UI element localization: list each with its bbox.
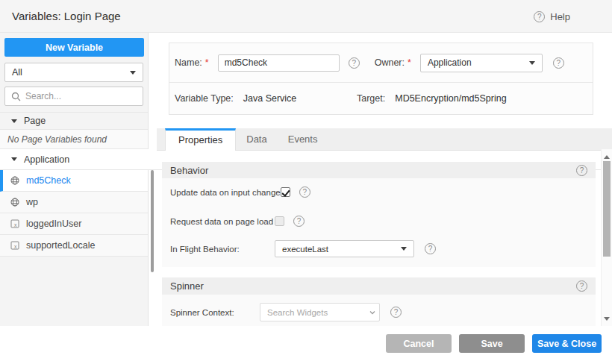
- variables-sidebar: New Variable All Page No Page Variables …: [0, 33, 149, 326]
- required-asterisk: *: [205, 57, 209, 68]
- spinner-context-combobox[interactable]: [260, 303, 380, 321]
- help-link[interactable]: Help: [534, 0, 570, 33]
- properties-scrollbar[interactable]: [601, 149, 612, 326]
- variable-item-md5check[interactable]: md5Check: [0, 170, 148, 192]
- save-and-close-button[interactable]: Save & Close: [532, 334, 602, 353]
- help-icon: [534, 11, 545, 22]
- variable-item-label: wp: [26, 197, 38, 207]
- spinner-help-icon[interactable]: [576, 280, 587, 292]
- variables-dialog: Variables: Login Page Help New Variable …: [0, 0, 612, 364]
- update-on-input-help-icon[interactable]: [299, 186, 310, 198]
- page-empty-message: No Page Variables found: [0, 130, 148, 149]
- static-variable-icon: x: [10, 219, 19, 228]
- target-value: MD5Encryption/md5Spring: [395, 93, 506, 104]
- tree-section-application-label: Application: [24, 154, 69, 165]
- collapse-arrow-icon: [11, 157, 17, 161]
- tree-section-page[interactable]: Page: [0, 112, 148, 130]
- spinner-section-header: Spinner: [162, 277, 596, 295]
- sidebar-scrollbar[interactable]: [151, 170, 154, 272]
- search-input[interactable]: [25, 91, 137, 101]
- tree-section-page-label: Page: [24, 116, 46, 126]
- spinner-context-help-icon[interactable]: [390, 307, 402, 318]
- name-label: Name:: [175, 57, 202, 68]
- svg-text:x: x: [14, 244, 17, 249]
- svg-text:x: x: [14, 222, 17, 228]
- tab-events[interactable]: Events: [278, 128, 328, 150]
- type-target-row: Variable Type: Java Service Target: MD5E…: [169, 83, 593, 114]
- variable-summary-box: Name: * Owner: * Application Variable Ty…: [169, 43, 593, 115]
- variable-item-label: loggedInUser: [26, 219, 81, 229]
- cancel-button[interactable]: Cancel: [386, 334, 452, 353]
- save-button[interactable]: Save: [459, 334, 525, 353]
- request-on-load-label: Request data on page load: [170, 217, 275, 226]
- spinner-context-input[interactable]: [267, 308, 368, 317]
- name-owner-row: Name: * Owner: * Application: [169, 43, 593, 83]
- variable-item-label: md5Check: [26, 175, 71, 186]
- in-flight-behavior-row: In Flight Behavior: executeLast: [170, 240, 587, 257]
- owner-help-icon[interactable]: [553, 57, 564, 69]
- behavior-section-title: Behavior: [170, 165, 576, 176]
- java-service-variable-icon: [10, 176, 19, 185]
- behavior-section-header: Behavior: [162, 162, 596, 178]
- tab-data[interactable]: Data: [236, 128, 277, 150]
- variable-item-wp[interactable]: wp: [0, 192, 148, 213]
- scrollbar-thumb[interactable]: [603, 161, 611, 257]
- variable-item-label: supportedLocale: [26, 240, 95, 251]
- arrow-up-icon: [604, 155, 610, 159]
- spinner-section: Spinner Spinner Context:: [162, 277, 596, 326]
- name-input[interactable]: [218, 54, 340, 72]
- spinner-section-body: Spinner Context:: [162, 295, 596, 327]
- behavior-section: Behavior Update data on input change Req…: [162, 162, 596, 267]
- help-label: Help: [550, 11, 570, 22]
- variable-item-loggedinuser[interactable]: x loggedInUser: [0, 213, 148, 235]
- in-flight-behavior-select[interactable]: executeLast: [275, 240, 414, 257]
- in-flight-selected-value: executeLast: [282, 245, 401, 254]
- arrow-down-icon: [604, 317, 610, 321]
- collapse-arrow-icon: [11, 119, 17, 123]
- request-on-load-row: Request data on page load: [170, 216, 587, 227]
- filter-selected-value: All: [12, 67, 130, 78]
- chevron-down-icon: [368, 308, 377, 317]
- spinner-context-label: Spinner Context:: [170, 308, 260, 317]
- name-help-icon[interactable]: [349, 57, 360, 69]
- update-on-input-row: Update data on input change: [170, 186, 587, 198]
- dialog-header: Variables: Login Page Help: [0, 0, 612, 33]
- update-on-input-label: Update data on input change: [170, 188, 281, 197]
- search-icon: [11, 92, 21, 101]
- variable-filter-select[interactable]: All: [4, 63, 143, 82]
- spinner-section-title: Spinner: [170, 280, 576, 292]
- behavior-section-body: Update data on input change Request data…: [162, 178, 596, 267]
- variable-type-label: Variable Type:: [175, 93, 234, 104]
- chevron-down-icon: [529, 61, 535, 65]
- variable-type-value: Java Service: [243, 93, 297, 104]
- request-on-load-checkbox[interactable]: [275, 216, 284, 226]
- java-service-variable-icon: [10, 198, 19, 207]
- owner-label: Owner:: [375, 57, 405, 68]
- spinner-context-row: Spinner Context:: [170, 303, 587, 321]
- owner-selected-value: Application: [428, 57, 529, 68]
- variable-item-supportedlocale[interactable]: x supportedLocale: [0, 235, 148, 257]
- scroll-up-button[interactable]: [602, 152, 612, 161]
- page-title: Variables: Login Page: [12, 0, 121, 33]
- tab-properties[interactable]: Properties: [165, 128, 236, 151]
- chevron-down-icon: [130, 71, 136, 75]
- variable-search[interactable]: [4, 87, 143, 106]
- static-variable-icon: x: [10, 241, 19, 250]
- required-asterisk: *: [408, 57, 411, 68]
- new-variable-button[interactable]: New Variable: [4, 38, 144, 57]
- target-label: Target:: [357, 93, 385, 104]
- in-flight-help-icon[interactable]: [425, 243, 436, 254]
- in-flight-behavior-label: In Flight Behavior:: [170, 245, 275, 254]
- chevron-down-icon: [401, 247, 407, 251]
- update-on-input-checkbox[interactable]: [281, 187, 290, 197]
- scroll-down-button[interactable]: [602, 314, 612, 323]
- request-on-load-help-icon[interactable]: [293, 216, 305, 227]
- detail-tabs: Properties Data Events: [157, 128, 612, 151]
- owner-select[interactable]: Application: [420, 54, 543, 72]
- behavior-help-icon[interactable]: [576, 165, 587, 176]
- dialog-footer: Cancel Save Save & Close: [0, 326, 612, 364]
